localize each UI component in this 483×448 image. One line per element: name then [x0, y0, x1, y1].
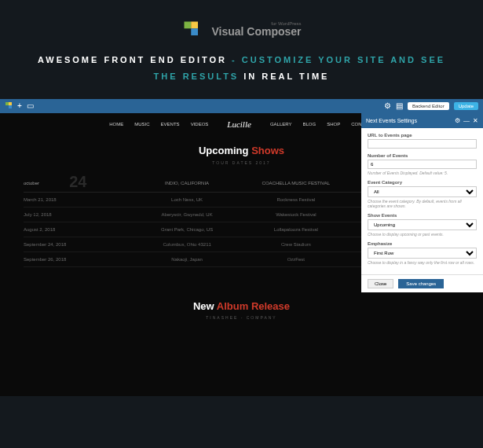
svg-rect-1 — [192, 22, 199, 29]
site-preview: HOME MUSIC EVENTS VIDEOS Lucille GALLERY… — [0, 113, 483, 396]
cat-select[interactable]: All — [368, 186, 477, 197]
add-icon[interactable]: + — [17, 101, 22, 110]
num-label: Number of Events — [368, 153, 477, 158]
field-url: URL to Events page — [368, 133, 477, 149]
vc-toolbar: + ▭ ⚙ ▤ Backend Editor Update — [0, 99, 483, 113]
vc-toolbar-logo-icon[interactable] — [5, 101, 13, 111]
num-hint: Number of Events Displayed. Default valu… — [368, 171, 477, 175]
nav-home[interactable]: HOME — [109, 122, 123, 127]
gear-icon[interactable]: ⚙ — [384, 101, 391, 110]
cat-label: Event Category — [368, 180, 477, 185]
show-select[interactable]: Upcoming — [368, 219, 477, 230]
album-subtitle: TINASHEE - COMPANY — [0, 315, 483, 320]
emph-hint: Choose to display in a fancy way only th… — [368, 260, 477, 265]
close-button[interactable]: Close — [368, 279, 393, 288]
vc-brand: for WordPress Visual Composer — [181, 19, 301, 41]
guides-icon[interactable]: ▤ — [396, 101, 403, 110]
close-icon[interactable]: ✕ — [473, 117, 478, 124]
header-loc: INDIO, CALIFORNIA — [133, 181, 242, 185]
tagline: AWESOME FRONT END EDITOR - CUSTOMIZE YOU… — [31, 52, 452, 85]
svg-rect-4 — [9, 102, 12, 105]
panel-title: Next Events Settings — [366, 118, 452, 123]
svg-rect-0 — [185, 22, 192, 29]
vc-name: Visual Composer — [211, 25, 301, 38]
num-input[interactable] — [368, 160, 477, 169]
emph-select[interactable]: First Row — [368, 248, 477, 259]
svg-rect-5 — [9, 105, 12, 108]
url-label: URL to Events page — [368, 133, 477, 138]
panel-footer: Close Save changes — [361, 274, 483, 292]
show-hint: Choose to display upcoming or past event… — [368, 232, 477, 237]
panel-header[interactable]: Next Events Settings ⚙ — ✕ — [361, 113, 483, 128]
nav-shop[interactable]: SHOP — [327, 122, 340, 127]
field-number: Number of Events Number of Events Displa… — [368, 153, 477, 175]
nav-blog[interactable]: BLOG — [302, 122, 316, 127]
gear-icon[interactable]: ⚙ — [455, 117, 460, 124]
emph-label: Emphasize — [368, 241, 477, 246]
vc-logo-icon — [181, 19, 203, 41]
header-venue: COACHELLA MUSIC FESTIVAL — [242, 181, 351, 185]
promo-header: for WordPress Visual Composer AWESOME FR… — [0, 0, 483, 99]
minimize-icon[interactable]: — — [463, 117, 470, 124]
show-label: Show Events — [368, 213, 477, 218]
header-date: october — [24, 181, 39, 185]
cat-hint: Choose the event category. By default, e… — [368, 199, 477, 208]
site-logo[interactable]: Lucille — [227, 119, 251, 129]
field-show: Show Events Upcoming Choose to display u… — [368, 213, 477, 237]
nav-videos[interactable]: VIDEOS — [191, 122, 209, 127]
field-category: Event Category All Choose the event cate… — [368, 180, 477, 208]
url-input[interactable] — [368, 139, 477, 149]
template-icon[interactable]: ▭ — [27, 101, 34, 110]
album-title: New Album Release TINASHEE - COMPANY — [0, 299, 483, 320]
svg-rect-3 — [5, 102, 9, 105]
field-emphasize: Emphasize First Row Choose to display in… — [368, 241, 477, 265]
svg-rect-2 — [192, 28, 199, 35]
nav-music[interactable]: MUSIC — [134, 122, 149, 127]
backend-editor-button[interactable]: Backend Editor — [408, 102, 449, 110]
save-button[interactable]: Save changes — [398, 279, 444, 288]
nav-events[interactable]: EVENTS — [161, 122, 180, 127]
nav-gallery[interactable]: GALLERY — [270, 122, 292, 127]
settings-panel: Next Events Settings ⚙ — ✕ URL to Events… — [361, 113, 483, 292]
update-button[interactable]: Update — [454, 102, 478, 110]
